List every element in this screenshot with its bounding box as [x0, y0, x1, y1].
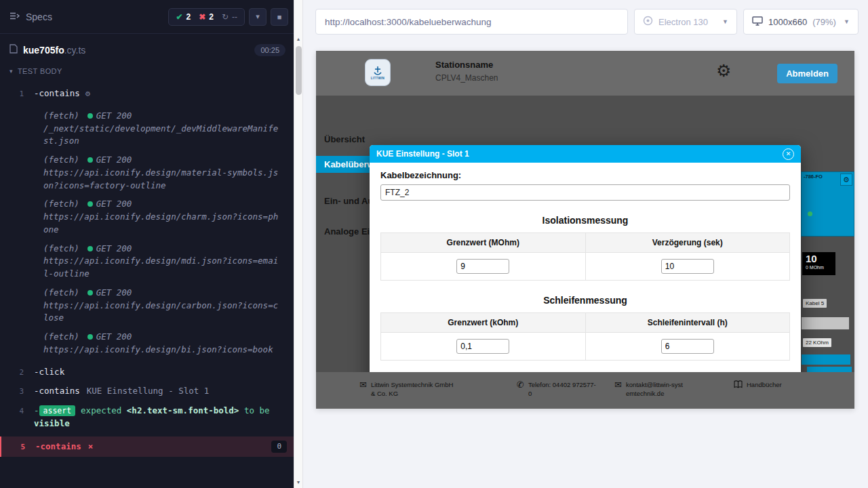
footer-company: ✉ Littwin Systemtechnik GmbH & Co. KG [359, 381, 461, 399]
log-url: /_next/static/development/_devMiddleware… [43, 123, 282, 148]
slot-gear-icon[interactable]: ⚙ [840, 174, 852, 186]
app-header: LITTWIN Stationsname CPLV4_Maschen ⚙ Abm… [316, 51, 854, 96]
command-number: 4 [0, 405, 34, 418]
grenzwert-mohm-header: Grenzwert (MOhm) [381, 233, 586, 253]
kabelbezeichnung-input[interactable] [380, 184, 790, 201]
scroll-down-arrow-icon[interactable]: ▼ [294, 480, 302, 485]
test-body-toggle[interactable]: ▾ TEST BODY [0, 62, 294, 80]
kabel-chip: Kabel 5 [803, 299, 827, 308]
browser-select[interactable]: Electron 130 ▼ [634, 9, 737, 35]
viewport-icon [752, 16, 763, 28]
network-log[interactable]: (fetch)GET 200 https://api.iconify.desig… [43, 243, 282, 281]
log-url: https://api.iconify.design/charm.json?ic… [43, 211, 282, 237]
reporter-panel: Specs ✔2 ✖2 ↻-- ▾ ■ kue705fo.cy.ts 00:25… [0, 0, 294, 488]
reporter-controls: ✔2 ✖2 ↻-- ▾ ■ [168, 8, 288, 26]
specs-menu-icon[interactable] [9, 12, 20, 22]
assert-dash: - [34, 405, 39, 415]
spec-file-icon [9, 44, 18, 56]
log-url: https://api.iconify.design/carbon.json?i… [43, 300, 282, 325]
footer-email: ✉ kontakt@littwin-systemtechnik.de [614, 381, 696, 399]
test-body-label: TEST BODY [18, 67, 62, 75]
grenzwert-kohm-input[interactable] [456, 339, 509, 354]
phone-number: Telefon: 04402 972577-0 [528, 381, 599, 399]
assert-tobe: to be [244, 405, 270, 415]
contact-mail-icon: ✉ [359, 380, 367, 389]
schleifenintervall-header: Schleifenintervall (h) [585, 313, 790, 333]
passed-count: 2 [186, 12, 191, 22]
retry-count-badge: 0 [271, 441, 287, 453]
test-stats: ✔2 ✖2 ↻-- [168, 8, 245, 26]
grenzwert-mohm-input[interactable] [456, 259, 509, 274]
viewport-select[interactable]: 1000x660 (79%) ▼ [743, 9, 859, 35]
app-content: Übersicht Kabelüberw Ein- und Au Analoge… [316, 96, 854, 372]
logout-button[interactable]: Abmelden [777, 64, 837, 83]
failed-count: 2 [209, 12, 214, 22]
network-log[interactable]: (fetch)GET 200 https://api.iconify.desig… [43, 154, 282, 192]
isolationsmessung-table: Grenzwert (MOhm) Verzögerung (sek) [380, 232, 790, 281]
log-status: GET 200 [96, 287, 132, 298]
company-name: Littwin Systemtechnik GmbH & Co. KG [371, 381, 456, 399]
command-assert[interactable]: 4 -assertexpected <h2.text-sm.font-bold>… [0, 401, 294, 434]
caret-down-icon: ▾ [9, 68, 13, 75]
command-number: 5 [1, 441, 35, 453]
log-status: GET 200 [96, 110, 132, 121]
status-dot [87, 201, 93, 207]
pending-count: -- [232, 12, 237, 22]
spec-extension: .cy.ts [64, 45, 86, 56]
verzoegerung-header: Verzögerung (sek) [585, 233, 790, 253]
log-method: (fetch) [43, 199, 79, 209]
log-status: GET 200 [96, 199, 132, 209]
station-label: Stationsname [435, 60, 498, 70]
command-name: -click [34, 366, 64, 379]
network-log[interactable]: (fetch)GET 200 https://api.iconify.desig… [43, 331, 282, 357]
specs-label[interactable]: Specs [26, 12, 52, 22]
log-method: (fetch) [43, 155, 79, 165]
network-log[interactable]: (fetch)GET 200 /_next/static/development… [43, 110, 282, 148]
log-method: (fetch) [43, 110, 79, 121]
command-log: 1 -contains ⚙ (fetch)GET 200 /_next/stat… [0, 80, 294, 488]
status-dot [87, 113, 93, 119]
url-input[interactable]: http://localhost:3000/kabelueberwachung [315, 9, 628, 35]
command-contains-failed[interactable]: 5 -contains × 0 [0, 436, 294, 458]
assert-message: -assertexpected <h2.text-sm.font-bold> t… [34, 405, 287, 430]
command-name: -contains [34, 385, 80, 398]
fail-x-icon: × [88, 441, 94, 453]
button-fragment [802, 354, 850, 365]
aut-stage: http://localhost:3000/kabelueberwachung … [303, 0, 868, 488]
stop-button[interactable]: ■ [271, 8, 288, 26]
log-method: (fetch) [43, 287, 79, 298]
logo-text: LITTWIN [371, 77, 384, 80]
modal-body: Kabelbezeichnung: Isolationsmessung Gren… [370, 163, 801, 372]
phone-icon: ✆ [517, 380, 524, 389]
scrollbar-thumb[interactable] [296, 46, 302, 95]
measurement-value: 10 [806, 253, 832, 265]
command-contains-1[interactable]: 1 -contains ⚙ [0, 84, 294, 104]
footer-manuals[interactable]: Handbücher [734, 381, 782, 390]
network-log[interactable]: (fetch)GET 200 https://api.iconify.desig… [43, 287, 282, 325]
log-method: (fetch) [43, 331, 79, 342]
book-icon [734, 380, 743, 390]
close-icon[interactable]: ✕ [783, 148, 794, 160]
status-dot [87, 246, 93, 251]
browser-name: Electron 130 [658, 17, 708, 27]
status-dot [87, 157, 93, 163]
verzoegerung-input[interactable] [661, 259, 714, 274]
spec-row[interactable]: kue705fo.cy.ts 00:25 [0, 34, 294, 62]
schleifenmessung-table: Grenzwert (kOhm) Schleifenintervall (h) [380, 312, 790, 361]
command-number: 1 [0, 87, 34, 100]
collapse-button[interactable]: ▾ [249, 8, 267, 26]
refresh-icon: ↻ [222, 12, 229, 22]
command-gear-icon: ⚙ [85, 87, 90, 100]
network-log[interactable]: (fetch)GET 200 https://api.iconify.desig… [43, 198, 282, 236]
scroll-up-arrow-icon[interactable]: ▲ [294, 37, 302, 41]
schleifenintervall-input[interactable] [661, 339, 714, 354]
command-contains-2[interactable]: 3 -contains KUE Einstellung - Slot 1 [0, 382, 294, 401]
stat-passed: ✔2 [176, 12, 191, 22]
command-click[interactable]: 2 -click [0, 363, 294, 382]
runner-toolbar: http://localhost:3000/kabelueberwachung … [303, 0, 868, 35]
reporter-scrollbar[interactable]: ▲ ▼ [294, 0, 303, 488]
specs-nav[interactable]: Specs [9, 12, 52, 22]
log-url: https://api.iconify.design/mdi.json?icon… [43, 255, 282, 281]
status-dot [87, 334, 93, 340]
settings-gear-icon[interactable]: ⚙ [716, 61, 731, 81]
